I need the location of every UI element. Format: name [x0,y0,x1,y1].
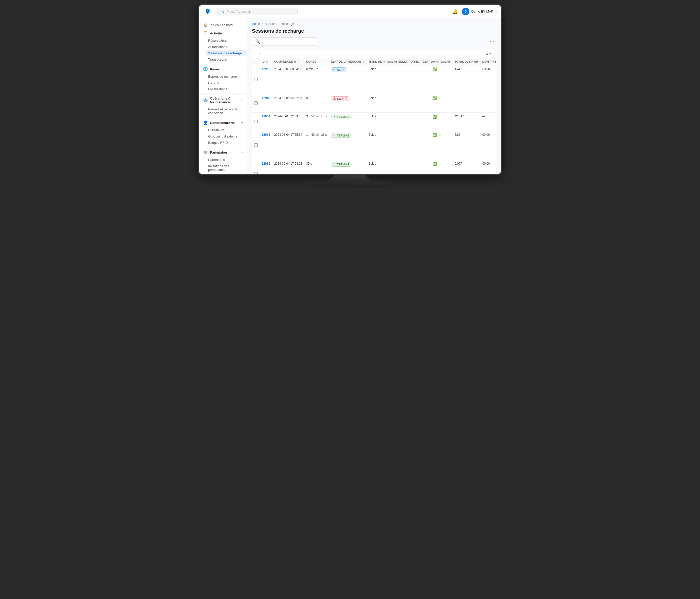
th-state[interactable]: ÉTAT DE LA SESSION ⇅ [329,58,367,66]
th-started[interactable]: COMMENCÉE À ⇅ [272,58,304,66]
sidebar-item-utilisateurs[interactable]: Utilisateurs [206,127,247,133]
select-all-input[interactable] [255,52,258,55]
row-checkbox[interactable] [252,66,260,94]
sidebar-label-conducteurs: Conducteurs VE [210,121,235,125]
table-search[interactable]: 🔍 [252,37,317,46]
sidebar-item-badges[interactable]: Badges RFID [206,139,247,146]
table-header: ID ⇅ COMMENCÉE À ⇅ DURÉE [252,58,496,66]
row-started: 2024-06-05 08:04:32 [272,66,304,94]
row-kwh: 0 [453,94,480,113]
sidebar-label-pannes: Pannes et pertes de connexion [208,107,243,115]
sidebar-section-conducteurs[interactable]: 👤 Conducteurs VE ▾ [199,119,247,127]
session-id-link[interactable]: 12944 [262,114,270,118]
row-state: ✓TERMINÉ [329,160,367,174]
row-state: ⚠EXPIRÉ [329,94,367,113]
session-id-link[interactable]: 12933 [262,133,270,136]
sidebar-item-localisations[interactable]: Localisations [206,86,247,92]
search-icon: 🔍 [221,9,225,13]
sidebar-item-evses[interactable]: EVSEs [206,80,247,86]
sort-icon: ⇅ [266,60,268,63]
search-icon: 🔍 [255,39,260,44]
row-id: 12946 [260,94,272,113]
breadcrumb-current: Sessions de recharge [265,22,294,26]
sidebar-item-autorisations[interactable]: Autorisations [206,44,247,50]
sidebar-item-partenaires[interactable]: Partenaires [206,157,247,163]
user-menu[interactable]: D Demo EV MAP ▾ [462,8,497,15]
row-checkbox[interactable] [252,160,260,174]
sidebar-item-revenus[interactable]: Revenus et Dépenses [206,173,247,174]
sidebar-item-dashboard[interactable]: 🏠 Tableau de bord [199,21,247,29]
table-row: 12944 2024-06-04 22:39:45 3 h 52 min 18 … [252,113,496,131]
sidebar-item-transactions[interactable]: Transactions [206,56,247,62]
sidebar: 🏠 Tableau de bord 📋 Activité ▾ Réservati… [199,18,247,174]
search-field[interactable] [262,40,314,44]
row-kwh: 0.067 [453,160,480,174]
th-payment-mode[interactable]: MODE DE PAIEMENT SÉLECTIONNÉ [367,58,421,66]
state-badge: ✓TERMINÉ [331,162,352,167]
sidebar-section-partenaires[interactable]: 🏢 Partenaires ▾ [199,148,247,157]
state-badge: ✓TERMINÉ [331,114,352,120]
row-checkbox[interactable] [252,94,260,113]
filter-icon: ⊿ [485,52,488,55]
sidebar-section-reseau[interactable]: 🌐 Réseau ▾ [199,65,247,73]
row-amount: — [480,113,496,131]
chevron-down-icon: ▾ [259,52,260,55]
sidebar-section-operations[interactable]: ⚙️ Opérations & Maintenance ▾ [199,95,247,106]
search-bar[interactable]: 🔍 Press / to search [217,8,298,15]
sidebar-item-bornes[interactable]: Bornes de recharge [206,73,247,80]
filter-button[interactable]: ⊿ ▾ [483,51,493,56]
row-select[interactable] [254,120,258,123]
row-select[interactable] [254,101,258,105]
row-amount: — [480,94,496,113]
th-duration[interactable]: DURÉE [304,58,329,66]
row-kwh: 5.87 [453,131,480,160]
row-payment-state: ✅ — [421,94,453,113]
row-id: 12932 [260,160,272,174]
select-all-checkbox[interactable]: ▾ [255,52,260,55]
payment-check-icon: ✅ [432,133,437,137]
row-state: ···ACTIF [329,66,367,94]
sidebar-item-sessions[interactable]: Sessions de recharge [206,50,247,56]
row-checkbox[interactable] [252,131,260,160]
main-layout: 🏠 Tableau de bord 📋 Activité ▾ Réservati… [199,18,501,174]
sidebar-label-bornes: Bornes de recharge [208,75,237,78]
sidebar-sub-partenaires: Partenaires Invitations des partenaires … [199,157,247,174]
session-id-link[interactable]: 12932 [262,162,270,165]
chevron-down-icon: ▾ [241,151,243,154]
driver-icon: 👤 [203,121,208,125]
sidebar-item-reservations[interactable]: Réservations [206,37,247,44]
search-placeholder: Press / to search [227,9,251,13]
row-select[interactable] [254,143,258,147]
bell-icon[interactable]: 🔔 [452,9,458,14]
content-area: Home > Sessions de recharge Sessions de … [247,18,501,174]
sidebar-item-pannes[interactable]: Pannes et pertes de connexion [206,106,247,116]
network-icon: 🌐 [203,67,208,71]
session-id-link[interactable]: 12946 [262,96,270,100]
sidebar-label-utilisateurs: Utilisateurs [208,128,224,132]
row-select[interactable] [254,172,258,174]
th-payment-state[interactable]: ÉTAT DU PAIEMENT [421,58,453,66]
th-amount[interactable]: MONTANT TOTAL [480,58,496,66]
row-select[interactable] [254,78,258,81]
row-amount: €0.00 [480,66,496,94]
sidebar-item-groupes[interactable]: Groupes utilisateurs [206,133,247,139]
more-options-button[interactable]: ··· [488,38,496,45]
sidebar-section-activite[interactable]: 📋 Activité ▾ [199,29,247,37]
user-avatar: D [462,8,470,15]
sidebar-label-reseau: Réseau [210,68,222,71]
row-payment-state: ✅ — [421,66,453,94]
row-duration: 35 s [304,160,329,174]
session-id-link[interactable]: 12955 [262,68,270,71]
chevron-down-icon: ▾ [241,99,243,102]
sidebar-item-invitations[interactable]: Invitations des partenaires [206,163,247,173]
row-checkbox[interactable] [252,113,260,131]
row-started: 2024-06-04 22:39:45 [272,113,304,131]
data-table: ID ⇅ COMMENCÉE À ⇅ DURÉE [252,58,496,174]
payment-check-icon: ✅ [432,68,437,71]
breadcrumb-home[interactable]: Home [252,22,260,26]
table-row: 12932 2024-06-04 17:54:28 35 s ✓TERMINÉ … [252,160,496,174]
payment-check-icon: ✅ [432,162,437,166]
th-id[interactable]: ID ⇅ [260,58,272,66]
th-kwh[interactable]: TOTAL DES KWH [453,58,480,66]
sidebar-label-badges: Badges RFID [208,141,228,145]
